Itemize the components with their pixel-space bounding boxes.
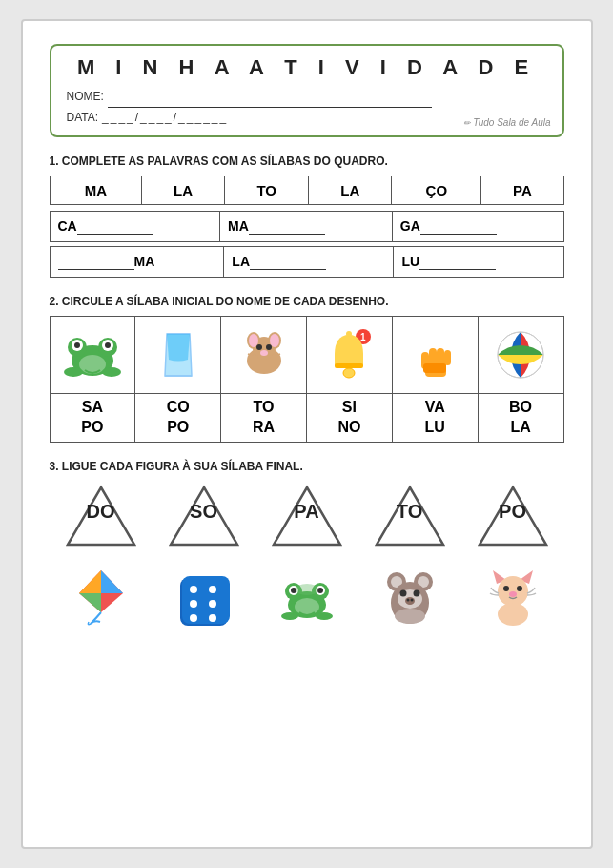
svg-point-6 [105, 342, 111, 348]
label-bola: BOLA [479, 394, 563, 442]
triangle-so-label: SO [190, 501, 217, 523]
svg-point-59 [296, 584, 318, 595]
animals-row [50, 567, 564, 630]
animal-dice [153, 570, 255, 630]
svg-point-75 [503, 586, 509, 591]
svg-text:1: 1 [360, 332, 366, 342]
image-glove [393, 317, 479, 393]
svg-point-70 [410, 598, 413, 601]
dice-icon [176, 570, 232, 626]
fill-ma: MA [219, 212, 392, 242]
syl-1: MA [50, 176, 142, 205]
label-tora: TORA [221, 394, 307, 442]
syl-3: TO [225, 176, 309, 205]
labels-row: SAPO COPO TORA SINO VALU BOLA [50, 394, 564, 443]
frog-icon [64, 326, 121, 383]
svg-point-47 [190, 614, 197, 622]
svg-marker-40 [79, 570, 101, 593]
svg-point-58 [316, 612, 333, 620]
triangle-pa-label: PA [294, 501, 318, 523]
bell-icon: 1 [325, 327, 373, 382]
svg-point-18 [260, 350, 268, 356]
syllable-table: MA LA TO LA ÇO PA [50, 176, 564, 205]
svg-point-44 [209, 586, 216, 593]
label-copo: COPO [135, 394, 221, 442]
brand-text: ✏ Tudo Sala de Aula [463, 117, 551, 128]
svg-rect-23 [346, 331, 352, 337]
svg-point-45 [190, 600, 197, 608]
images-row: 1 [50, 316, 564, 394]
fill-table-1: CA MA GA [50, 211, 564, 242]
label-sino: SINO [307, 394, 393, 442]
bear-icon [382, 567, 438, 626]
triangle-do: DO [63, 483, 139, 549]
svg-point-46 [209, 600, 216, 608]
svg-point-69 [406, 598, 409, 601]
triangle-to: TO [372, 483, 448, 549]
svg-point-71 [395, 609, 425, 624]
svg-point-43 [190, 586, 197, 593]
page: M I N H A A T I V I D A D E NOME: DATA: … [21, 19, 593, 849]
svg-point-67 [413, 589, 419, 596]
triangle-po-label: PO [499, 501, 526, 523]
svg-rect-21 [335, 363, 363, 368]
svg-point-78 [498, 603, 528, 626]
svg-point-55 [317, 588, 323, 593]
glass-icon [159, 326, 197, 383]
section2: 2. CIRCULE A SÍLABA INICIAL DO NOME DE C… [50, 295, 564, 443]
triangle-pa: PA [269, 483, 345, 549]
svg-point-13 [249, 334, 258, 347]
triangles-row: DO SO PA TO [50, 483, 564, 549]
cat-icon [485, 567, 541, 626]
label-valu: VALU [393, 394, 479, 442]
nome-underline [108, 86, 432, 108]
svg-marker-39 [79, 593, 101, 612]
svg-point-7 [79, 355, 106, 374]
image-mouse [221, 317, 307, 393]
section1: 1. COMPLETE AS PALAVRAS COM AS SÍLABAS D… [50, 155, 564, 278]
fill-ga: GA [392, 212, 563, 242]
kite-icon [73, 567, 129, 626]
animal-frog2 [255, 570, 358, 630]
svg-point-68 [405, 597, 415, 605]
image-frog [51, 317, 136, 393]
svg-point-15 [270, 334, 279, 347]
syl-2: LA [142, 176, 225, 205]
section1-title: 1. COMPLETE AS PALAVRAS COM AS SÍLABAS D… [50, 155, 564, 168]
svg-point-57 [281, 612, 298, 620]
image-ball [479, 317, 563, 393]
svg-point-8 [64, 367, 83, 377]
svg-point-17 [266, 344, 272, 350]
nome-label: NOME: [67, 87, 104, 108]
data-placeholder: ____/____/______ [102, 108, 228, 129]
label-sapo: SAPO [51, 394, 136, 442]
fill-la: LA [224, 247, 394, 278]
svg-marker-38 [101, 570, 123, 593]
svg-point-9 [102, 367, 121, 377]
triangle-to-label: TO [397, 501, 422, 523]
page-title: M I N H A A T I V I D A D E [67, 55, 547, 80]
syl-5: ÇO [392, 176, 481, 205]
svg-point-54 [291, 588, 296, 593]
svg-rect-28 [444, 350, 451, 365]
svg-point-16 [256, 344, 262, 350]
svg-point-76 [517, 586, 522, 591]
mouse-icon [236, 327, 292, 382]
ball-icon [494, 328, 547, 382]
svg-rect-27 [437, 348, 444, 365]
svg-rect-29 [423, 363, 446, 373]
animal-kite [50, 567, 153, 630]
section3: 3. LIGUE CADA FIGURA À SUA SÍLABA FINAL.… [50, 460, 564, 630]
svg-point-48 [209, 614, 216, 622]
syl-6: PA [481, 176, 563, 205]
frog2-icon [278, 570, 336, 626]
triangle-so: SO [166, 483, 242, 549]
svg-rect-42 [182, 576, 230, 624]
fill-blank-ma: MA [50, 247, 224, 278]
svg-point-22 [343, 368, 355, 378]
triangle-do-label: DO [87, 501, 115, 523]
fill-ca: CA [50, 212, 219, 242]
section2-title: 2. CIRCULE A SÍLABA INICIAL DO NOME DE C… [50, 295, 564, 308]
header-box: M I N H A A T I V I D A D E NOME: DATA: … [50, 44, 564, 137]
glove-icon [410, 327, 460, 382]
